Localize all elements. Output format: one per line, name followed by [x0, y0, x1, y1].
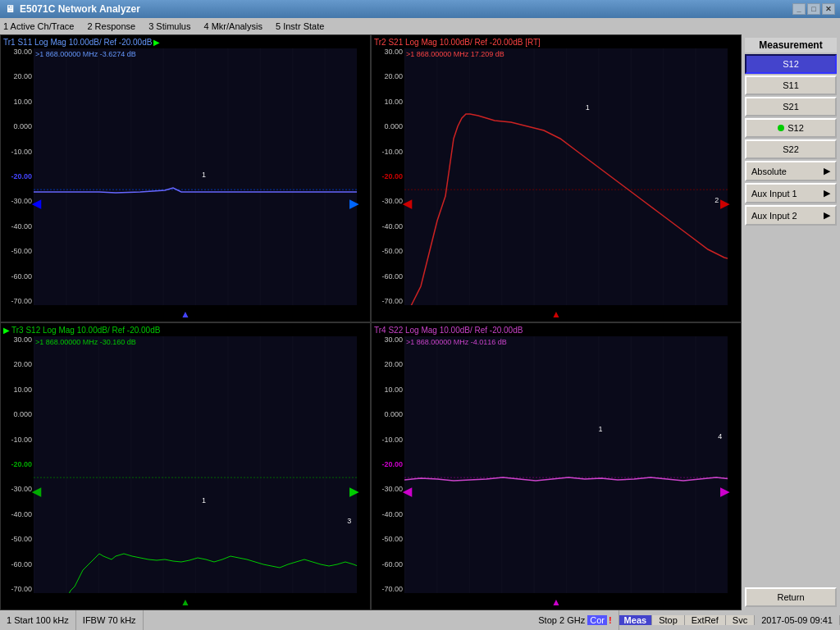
plot-tr3-ref-left: ◀	[32, 485, 41, 498]
plot-tr4-ref-left: ◀	[403, 485, 412, 498]
meas-button[interactable]: Meas	[619, 615, 653, 625]
plot-tr4-header: Tr4 S22 Log Mag 10.00dB/ Ref -20.00dB	[372, 323, 741, 336]
sidebar: Measurement S12 S11 S21 S12 S22 Absolute…	[742, 34, 840, 610]
arrow-right-icon-2: ▶	[824, 188, 830, 199]
status-excl: !	[609, 615, 612, 625]
svc-button[interactable]: Svc	[726, 615, 755, 625]
sidebar-s12-button[interactable]: S12	[745, 118, 837, 138]
plot-tr3-yaxis: 30.00 20.00 10.00 0.000 -10.00 -20.00 -3…	[1, 336, 34, 593]
plot-tr2-svg: 1 2	[404, 48, 728, 305]
status-stop-freq: Stop 2 GHz Cor !	[144, 610, 619, 630]
sidebar-s11-button[interactable]: S11	[745, 75, 837, 95]
plot-tr2-marker: >1 868.00000 MHz 17.209 dB	[406, 50, 504, 58]
menu-response[interactable]: 2 Response	[87, 21, 135, 31]
svg-rect-0	[34, 48, 357, 305]
main-area: Tr1 S11 Log Mag 10.00dB/ Ref -20.00dB ▶ …	[0, 34, 840, 610]
plot-tr2-inner: >1 868.00000 MHz 17.209 dB 1 2	[404, 48, 728, 305]
sidebar-aux2-button[interactable]: Aux Input 2 ▶	[745, 205, 837, 226]
sidebar-s12-top-button[interactable]: S12	[745, 54, 837, 74]
status-cor: Cor	[587, 615, 607, 625]
arrow-right-icon-3: ▶	[824, 210, 830, 221]
menu-instr-state[interactable]: 5 Instr State	[276, 21, 324, 31]
plot-tr4-yaxis: 30.00 20.00 10.00 0.000 -10.00 -20.00 -3…	[372, 336, 404, 593]
plot-tr4-marker: >1 868.00000 MHz -4.0116 dB	[406, 338, 507, 346]
plot-tr4-ref-right: ▶	[720, 485, 729, 498]
sidebar-return-button[interactable]: Return	[745, 587, 837, 607]
svg-rect-2	[404, 48, 728, 305]
status-start: 1 Start 100 kHz	[0, 610, 76, 630]
plot-tr2-header: Tr2 S21 Log Mag 10.00dB/ Ref -20.00dB [R…	[372, 35, 741, 48]
app-title-text: E5071C Network Analyzer	[20, 3, 140, 15]
stop-button[interactable]: Stop	[652, 615, 685, 625]
plot-tr2-xmarker: ▲	[551, 308, 561, 320]
sidebar-title: Measurement	[745, 38, 837, 52]
sidebar-s22-button[interactable]: S22	[745, 139, 837, 159]
plot-tr4-mkr4-label: 4	[718, 432, 722, 441]
close-button[interactable]: ✕	[822, 3, 835, 15]
plot-tr3: ▶ Tr3 S12 Log Mag 10.00dB/ Ref -20.00dB …	[0, 322, 371, 610]
plot-tr1: Tr1 S11 Log Mag 10.00dB/ Ref -20.00dB ▶ …	[0, 34, 371, 322]
menu-bar: 1 Active Ch/Trace 2 Response 3 Stimulus …	[0, 18, 840, 34]
status-ifbw: IFBW 70 kHz	[76, 610, 144, 630]
status-datetime: 2017-05-09 09:41	[755, 615, 840, 625]
window-controls: _ □ ✕	[792, 3, 835, 15]
minimize-button[interactable]: _	[792, 3, 806, 15]
plot-tr1-mkr-label: 1	[202, 171, 206, 179]
plot-tr1-ref-left: ◀	[32, 197, 41, 210]
active-tr-indicator: ▶	[153, 38, 160, 47]
plot-tr1-marker: >1 868.00000 MHz -3.6274 dB	[35, 50, 136, 58]
maximize-button[interactable]: □	[807, 3, 820, 15]
plot-tr4-mkr1-label: 1	[598, 425, 602, 433]
sidebar-s21-button[interactable]: S21	[745, 97, 837, 116]
status-bar: 1 Start 100 kHz IFBW 70 kHz Stop 2 GHz C…	[0, 610, 840, 630]
plot-tr2-ref-left: ◀	[403, 197, 412, 210]
plot-tr3-inner: >1 868.00000 MHz -30.160 dB 1 3	[34, 336, 357, 593]
s12-indicator	[778, 125, 784, 131]
plot-tr3-mkr1-label: 1	[202, 496, 206, 504]
menu-mkr-analysis[interactable]: 4 Mkr/Analysis	[203, 21, 262, 31]
plot-tr2-mkr2-label: 2	[714, 196, 719, 204]
plot-tr4: Tr4 S22 Log Mag 10.00dB/ Ref -20.00dB 30…	[371, 322, 742, 610]
plot-tr3-mkr3-label: 3	[347, 517, 351, 525]
plot-tr1-yaxis: 30.00 20.00 10.00 0.000 -10.00 -20.00 -3…	[1, 48, 34, 305]
app-icon: 🖥	[5, 3, 15, 15]
sidebar-aux1-button[interactable]: Aux Input 1 ▶	[745, 183, 837, 203]
plot-tr3-marker: >1 868.00000 MHz -30.160 dB	[35, 338, 136, 346]
plot-tr2-mkr1-label: 1	[586, 103, 590, 112]
plots-area: Tr1 S11 Log Mag 10.00dB/ Ref -20.00dB ▶ …	[0, 34, 742, 610]
title-bar: 🖥 E5071C Network Analyzer _ □ ✕	[0, 0, 840, 18]
svg-rect-4	[34, 336, 357, 593]
extref-button[interactable]: ExtRef	[685, 615, 726, 625]
plot-tr1-ref-right: ▶	[349, 197, 358, 210]
plot-tr4-inner: >1 868.00000 MHz -4.0116 dB 1 4	[404, 336, 728, 593]
plot-tr2-yaxis: 30.00 20.00 10.00 0.000 -10.00 -20.00 -3…	[372, 48, 404, 305]
arrow-right-icon: ▶	[824, 166, 830, 176]
plot-tr1-svg: 1	[34, 48, 357, 305]
plot-tr4-xmarker: ▲	[551, 596, 561, 608]
plot-tr3-header: ▶ Tr3 S12 Log Mag 10.00dB/ Ref -20.00dB	[1, 323, 370, 336]
plot-tr4-svg: 1 4	[404, 336, 728, 593]
svg-rect-6	[404, 336, 728, 593]
plot-tr3-xmarker: ▲	[180, 596, 190, 608]
sidebar-absolute-button[interactable]: Absolute ▶	[745, 161, 837, 181]
plot-tr3-ref-right: ▶	[349, 485, 358, 498]
plot-tr2: Tr2 S21 Log Mag 10.00dB/ Ref -20.00dB [R…	[371, 34, 742, 322]
plot-tr2-ref-right: ▶	[720, 197, 729, 210]
plot-tr3-svg: 1 3	[34, 336, 357, 593]
plot-tr1-xmarker: ▲	[180, 308, 190, 320]
status-right-area: Meas Stop ExtRef Svc 2017-05-09 09:41	[619, 615, 840, 625]
plot-tr1-header: Tr1 S11 Log Mag 10.00dB/ Ref -20.00dB ▶	[1, 35, 370, 48]
menu-active-ch[interactable]: 1 Active Ch/Trace	[3, 21, 74, 31]
menu-stimulus[interactable]: 3 Stimulus	[148, 21, 190, 31]
plot-tr1-inner: >1 868.00000 MHz -3.6274 dB 1	[34, 48, 357, 305]
app-title: 🖥 E5071C Network Analyzer	[5, 3, 140, 15]
